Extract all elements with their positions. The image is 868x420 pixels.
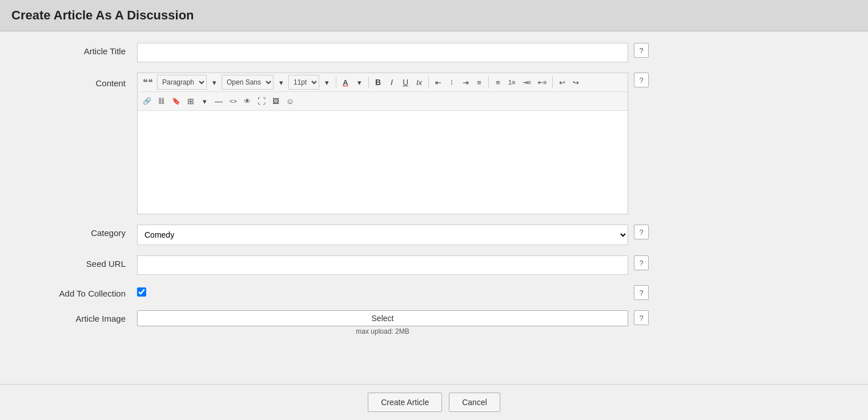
- size-select[interactable]: 11pt: [288, 75, 319, 90]
- content-help-button[interactable]: ?: [634, 73, 649, 87]
- table-button[interactable]: [184, 94, 197, 109]
- underline-button[interactable]: U: [399, 75, 412, 90]
- add-to-collection-control: [137, 285, 628, 297]
- article-image-control: Select max upload: 2MB: [137, 310, 628, 335]
- hr-button[interactable]: [212, 94, 226, 109]
- outdent-button[interactable]: ⇤≡: [535, 75, 549, 90]
- font-select[interactable]: Open Sans: [222, 75, 274, 90]
- toolbar-row1: ❝❝ Paragraph ▾ Open Sans ▾ 11pt: [138, 73, 628, 92]
- fullscreen-button[interactable]: [255, 94, 268, 109]
- undo-button[interactable]: ↩: [556, 75, 568, 90]
- article-title-row: Article Title ?: [0, 43, 868, 62]
- editor-wrapper: ❝❝ Paragraph ▾ Open Sans ▾ 11pt: [137, 73, 628, 214]
- modal-footer: Create Article Cancel: [0, 384, 868, 420]
- add-to-collection-checkbox[interactable]: [137, 287, 146, 297]
- font-color-button[interactable]: A: [339, 75, 352, 90]
- table-dropdown[interactable]: ▾: [198, 94, 211, 109]
- content-label: Content: [11, 73, 137, 88]
- cancel-button[interactable]: Cancel: [449, 393, 500, 412]
- article-title-control: [137, 43, 628, 62]
- ordered-list-button[interactable]: 1≡: [505, 75, 519, 90]
- max-upload-text: max upload: 2MB: [137, 327, 628, 335]
- page-title: Create Article As A Discussion: [11, 8, 194, 22]
- unlink-button[interactable]: [155, 94, 168, 109]
- paragraph-select[interactable]: Paragraph: [157, 75, 207, 90]
- category-row: Category Comedy Drama Action Romance Hor…: [0, 225, 868, 245]
- font-dropdown-icon[interactable]: ▾: [275, 75, 287, 90]
- content-row: Content ❝❝ Paragraph ▾ Open Sans: [0, 73, 868, 214]
- article-image-help: ?: [634, 310, 649, 325]
- seed-url-label: Seed URL: [11, 255, 137, 269]
- modal-body: Article Title ? Content ❝❝: [0, 31, 868, 384]
- seed-url-input[interactable]: [137, 255, 628, 275]
- add-to-collection-row: Add To Collection ?: [0, 285, 868, 300]
- toolbar-separator-3: [428, 77, 429, 88]
- category-control: Comedy Drama Action Romance Horror Thril…: [137, 225, 628, 245]
- bookmark-button[interactable]: [169, 94, 183, 109]
- align-center-button[interactable]: ⁝: [445, 75, 458, 90]
- paragraph-dropdown-icon[interactable]: ▾: [208, 75, 220, 90]
- category-help-button[interactable]: ?: [634, 225, 649, 239]
- content-help: ?: [634, 73, 649, 87]
- select-image-button[interactable]: Select: [137, 310, 628, 326]
- modal: Create Article As A Discussion Article T…: [0, 0, 868, 420]
- add-to-collection-label: Add To Collection: [11, 285, 137, 298]
- align-left-button[interactable]: ⇤: [432, 75, 444, 90]
- seed-url-help: ?: [634, 255, 649, 270]
- modal-header: Create Article As A Discussion: [0, 0, 868, 31]
- add-to-collection-help-button[interactable]: ?: [634, 285, 649, 300]
- strikethrough-button[interactable]: Ix: [413, 75, 425, 90]
- content-editor-wrap: ❝❝ Paragraph ▾ Open Sans ▾ 11pt: [137, 73, 628, 214]
- unordered-list-button[interactable]: ≡: [492, 75, 504, 90]
- emoji-button[interactable]: [283, 94, 297, 109]
- page-wrapper: Create Article As A Discussion Article T…: [0, 0, 868, 420]
- article-title-help: ?: [634, 43, 649, 58]
- blockquote-button[interactable]: ❝❝: [140, 75, 156, 90]
- article-image-row: Article Image Select max upload: 2MB ?: [0, 310, 868, 335]
- category-select[interactable]: Comedy Drama Action Romance Horror Thril…: [137, 225, 628, 245]
- article-image-label: Article Image: [11, 310, 137, 323]
- create-article-button[interactable]: Create Article: [368, 393, 442, 412]
- article-title-help-button[interactable]: ?: [634, 43, 649, 58]
- preview-button[interactable]: [241, 94, 254, 109]
- toolbar-separator-1: [336, 77, 336, 88]
- editor-content-area[interactable]: [138, 111, 628, 214]
- toolbar-separator-5: [552, 77, 553, 88]
- align-right-button[interactable]: ⇥: [459, 75, 472, 90]
- font-color-dropdown[interactable]: ▾: [353, 75, 365, 90]
- toolbar-separator-2: [368, 77, 369, 88]
- size-dropdown-icon[interactable]: ▾: [320, 75, 333, 90]
- seed-url-help-button[interactable]: ?: [634, 255, 649, 270]
- align-justify-button[interactable]: ≡: [473, 75, 485, 90]
- article-title-label: Article Title: [11, 43, 137, 56]
- add-to-collection-help: ?: [634, 285, 649, 300]
- toolbar-row2: ▾: [138, 92, 628, 111]
- seed-url-row: Seed URL ?: [0, 255, 868, 275]
- category-label: Category: [11, 225, 137, 238]
- article-image-help-button[interactable]: ?: [634, 310, 649, 325]
- bold-button[interactable]: B: [372, 75, 384, 90]
- link-button[interactable]: [140, 94, 154, 109]
- category-help: ?: [634, 225, 649, 239]
- image-button[interactable]: [270, 94, 282, 109]
- italic-button[interactable]: I: [385, 75, 398, 90]
- code-button[interactable]: [227, 94, 240, 109]
- indent-button[interactable]: ⇥≡: [520, 75, 534, 90]
- article-title-input[interactable]: [137, 43, 628, 62]
- seed-url-control: [137, 255, 628, 275]
- redo-button[interactable]: ↪: [569, 75, 582, 90]
- toolbar-separator-4: [488, 77, 489, 88]
